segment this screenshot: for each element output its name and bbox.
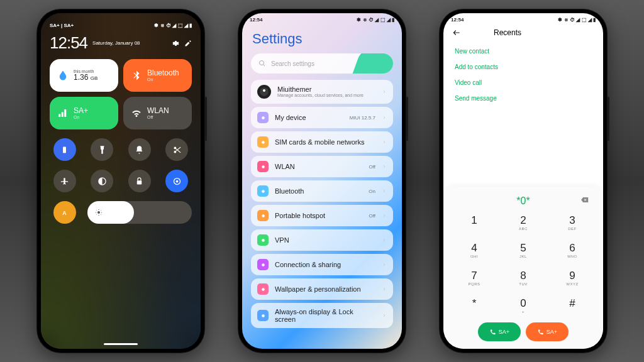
toggle-location[interactable] bbox=[165, 170, 188, 192]
back-icon[interactable] bbox=[452, 28, 461, 37]
page-title: Recents bbox=[494, 28, 521, 37]
row-label: SIM cards & mobile networks bbox=[275, 138, 375, 146]
key-letters: MNO bbox=[567, 255, 577, 260]
row-value: MIUI 12.5.7 bbox=[350, 115, 375, 121]
toggle-lock[interactable] bbox=[128, 170, 151, 192]
key-number: # bbox=[569, 297, 575, 310]
row-icon bbox=[257, 185, 269, 197]
row-label: Connection & sharing bbox=[275, 261, 375, 268]
row-label: Always-on display & Lock screen bbox=[275, 308, 375, 323]
status-bar: SA+ | SA+ ✽ ⨳ ⏱ ◢ ⬚ ◢ ▮ bbox=[50, 21, 192, 30]
row-icon bbox=[257, 259, 269, 270]
brightness-slider[interactable] bbox=[87, 201, 192, 224]
row-label: Wallpaper & personalization bbox=[275, 285, 375, 293]
backspace-icon bbox=[580, 195, 589, 204]
location-icon bbox=[172, 177, 182, 186]
menu-link[interactable]: Video call bbox=[455, 75, 592, 90]
status-icons: ✽ ⨳ ⏱ ◢ ⬚ ◢ ▮ bbox=[154, 23, 192, 28]
tile-sim[interactable]: SA+On bbox=[50, 97, 118, 129]
toggle-darkmode[interactable] bbox=[91, 170, 113, 192]
menu-link[interactable]: Send message bbox=[455, 90, 592, 106]
settings-row[interactable]: SIM cards & mobile networks bbox=[251, 131, 393, 153]
toggle-airplane[interactable] bbox=[53, 170, 76, 192]
row-icon bbox=[257, 112, 269, 123]
search-placeholder: Search settings bbox=[271, 60, 314, 67]
settings-row[interactable]: VPN bbox=[251, 229, 393, 251]
key-letters: TUV bbox=[519, 282, 528, 287]
dial-key[interactable]: 3DEF bbox=[548, 209, 597, 237]
svg-rect-4 bbox=[137, 180, 142, 184]
dial-key[interactable]: # bbox=[548, 292, 597, 320]
dial-key[interactable]: * bbox=[450, 292, 499, 320]
toggle-auto[interactable]: A bbox=[53, 201, 76, 224]
call-label-1: SA+ bbox=[499, 329, 509, 335]
key-number: 9 bbox=[569, 270, 575, 282]
settings-row[interactable]: Connection & sharing bbox=[251, 254, 393, 275]
dial-key[interactable]: 8TUV bbox=[499, 265, 548, 292]
status-icons: ✽ ⨳ ⏱ ◢ ⬚ ◢ ▮ bbox=[357, 17, 394, 23]
settings-row[interactable]: Wallpaper & personalization bbox=[251, 278, 393, 300]
settings-row[interactable]: My deviceMIUI 12.5.7 bbox=[251, 107, 393, 128]
svg-point-17 bbox=[262, 239, 265, 242]
settings-row[interactable]: BluetoothOn bbox=[251, 180, 393, 202]
key-letters: DEF bbox=[568, 227, 577, 232]
menu-link[interactable]: New contact bbox=[455, 43, 592, 59]
call-button-sim2[interactable]: SA+ bbox=[526, 322, 569, 341]
tile-data-usage[interactable]: this month 1.36 GB bbox=[50, 59, 118, 92]
svg-point-5 bbox=[175, 180, 178, 182]
sun-icon bbox=[95, 209, 103, 216]
svg-point-16 bbox=[262, 214, 265, 217]
account-row[interactable]: Miuithemer Manage accounts, cloud servic… bbox=[251, 80, 393, 104]
menu-link[interactable]: Add to contacts bbox=[455, 59, 592, 75]
edit-icon[interactable] bbox=[184, 40, 192, 47]
row-value: Off bbox=[369, 164, 375, 170]
dial-key[interactable]: 2ABC bbox=[499, 209, 548, 237]
gear-icon[interactable] bbox=[172, 40, 179, 47]
carrier-label: SA+ | SA+ bbox=[50, 23, 74, 28]
key-number: 5 bbox=[520, 242, 526, 255]
dial-key[interactable]: 5JKL bbox=[499, 237, 548, 265]
settings-row[interactable]: Portable hotspotOff bbox=[251, 205, 393, 226]
dial-key[interactable]: 6MNO bbox=[548, 237, 597, 265]
avatar bbox=[257, 85, 271, 99]
settings-row[interactable]: WLANOff bbox=[251, 156, 393, 177]
key-letters: JKL bbox=[519, 255, 527, 260]
key-number: 0 bbox=[520, 297, 526, 310]
toggle-vibrate[interactable] bbox=[53, 138, 76, 161]
toggle-mute[interactable] bbox=[128, 138, 151, 161]
svg-point-14 bbox=[262, 165, 265, 168]
chevron-right-icon bbox=[382, 287, 387, 292]
chevron-right-icon bbox=[382, 313, 387, 318]
tile-wlan[interactable]: WLANOff bbox=[123, 97, 192, 129]
dial-key[interactable]: 7PQRS bbox=[450, 265, 499, 292]
dial-key[interactable]: 0+ bbox=[499, 292, 548, 320]
key-letters: ABC bbox=[519, 227, 528, 232]
clock: 12:54 bbox=[50, 33, 87, 53]
toggle-screenshot[interactable] bbox=[165, 138, 188, 161]
tile-bluetooth[interactable]: BluetoothOn bbox=[123, 59, 192, 92]
backspace-button[interactable] bbox=[580, 195, 589, 207]
search-input[interactable]: Search settings bbox=[251, 53, 393, 74]
status-bar: 12:54 ✽ ⨳ ⏱ ◢ ⬚ ◢ ▮ bbox=[242, 13, 402, 22]
chevron-right-icon bbox=[382, 140, 387, 145]
row-label: WLAN bbox=[275, 163, 362, 170]
call-button-sim1[interactable]: SA+ bbox=[478, 322, 521, 341]
toggle-flashlight[interactable] bbox=[91, 138, 113, 161]
data-unit: GB bbox=[91, 75, 98, 81]
row-icon bbox=[257, 283, 269, 295]
dial-key[interactable]: 4GHI bbox=[450, 237, 499, 265]
chevron-right-icon bbox=[382, 262, 387, 267]
row-value: Off bbox=[369, 213, 375, 219]
dial-key[interactable]: 1 bbox=[450, 209, 499, 237]
bt-state: On bbox=[147, 77, 179, 82]
status-icons: ✽ ⨳ ⏱ ◢ ⬚ ◢ ▮ bbox=[558, 17, 596, 23]
row-label: Portable hotspot bbox=[275, 212, 362, 219]
data-period: this month bbox=[74, 69, 97, 74]
key-number: 8 bbox=[520, 270, 526, 282]
sim-name: SA+ bbox=[74, 107, 88, 115]
settings-row[interactable]: Always-on display & Lock screen bbox=[251, 303, 393, 328]
key-number: 2 bbox=[520, 214, 526, 227]
phone-control-center: SA+ | SA+ ✽ ⨳ ⏱ ◢ ⬚ ◢ ▮ 12:54 Saturday, … bbox=[36, 9, 205, 353]
home-indicator[interactable] bbox=[104, 343, 138, 345]
dial-key[interactable]: 9WXYZ bbox=[548, 265, 597, 292]
